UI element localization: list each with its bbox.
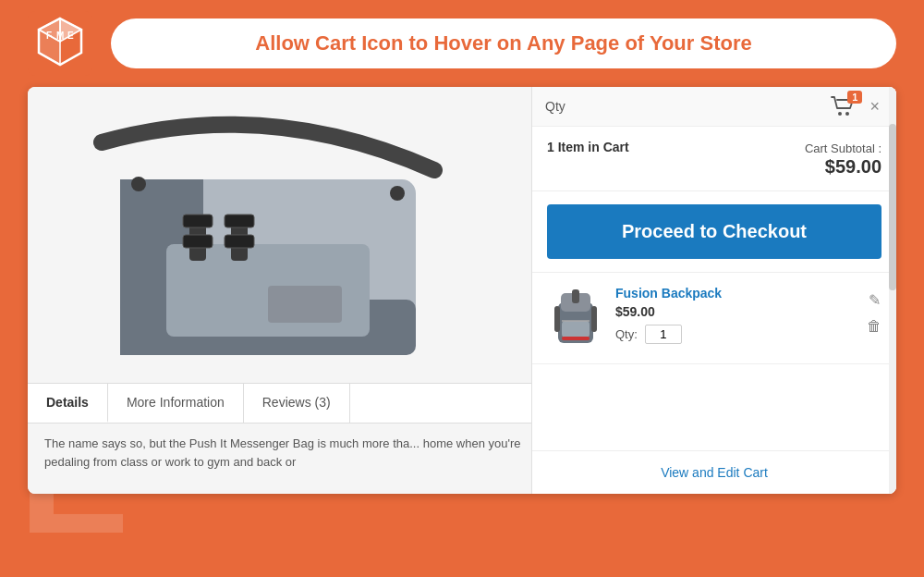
svg-point-20	[131, 177, 146, 191]
item-thumbnail	[547, 286, 604, 350]
tabs-section: Details More Information Reviews (3) The…	[28, 383, 545, 494]
product-image	[46, 115, 490, 374]
edit-icon[interactable]: ✎	[869, 291, 881, 309]
svg-text:M: M	[56, 31, 64, 41]
svg-rect-18	[225, 215, 254, 227]
item-qty-input[interactable]	[645, 325, 682, 344]
items-in-cart: 1 Item in Cart	[547, 140, 629, 154]
qty-label: Qty	[545, 99, 565, 114]
tab-reviews[interactable]: Reviews (3)	[244, 384, 350, 423]
svg-rect-27	[562, 321, 590, 338]
logo: F M E	[28, 11, 92, 76]
svg-point-23	[845, 112, 849, 116]
delete-icon[interactable]: 🗑	[867, 318, 881, 335]
svg-rect-19	[268, 286, 342, 323]
product-area: Details More Information Reviews (3) The…	[28, 87, 545, 494]
svg-point-21	[390, 186, 405, 201]
svg-rect-31	[591, 306, 597, 332]
items-label: Item in Cart	[558, 140, 629, 154]
item-qty-label: Qty:	[615, 327, 638, 341]
cart-header-row: Qty 1 ×	[532, 87, 896, 127]
page-title: Allow Cart Icon to Hover on Any Page of …	[255, 31, 751, 55]
cart-panel: Qty 1 × 1 Item in Cart	[531, 87, 896, 494]
header-title-bar: Allow Cart Icon to Hover on Any Page of …	[111, 18, 896, 68]
view-cart-link[interactable]: View and Edit Cart	[661, 465, 768, 480]
subtotal-amount: $59.00	[805, 156, 881, 178]
scrollbar[interactable]	[889, 87, 896, 494]
subtotal-label: Cart Subtotal :	[805, 141, 881, 155]
scrollbar-thumb[interactable]	[889, 124, 896, 290]
svg-rect-15	[183, 235, 213, 248]
svg-text:F: F	[46, 31, 52, 41]
item-actions: ✎ 🗑	[867, 291, 881, 335]
svg-rect-17	[225, 235, 254, 248]
subtotal-block: Cart Subtotal : $59.00	[805, 140, 881, 178]
svg-rect-29	[562, 337, 590, 340]
tab-more-information[interactable]: More Information	[108, 384, 244, 423]
svg-rect-16	[183, 215, 213, 227]
items-count: 1	[547, 140, 554, 154]
svg-text:E: E	[67, 31, 74, 41]
checkout-button[interactable]: Proceed to Checkout	[547, 204, 881, 259]
header: F M E Allow Cart Icon to Hover on Any Pa…	[0, 0, 924, 87]
product-description: The name says so, but the Push It Messen…	[44, 436, 521, 469]
item-qty-row: Qty:	[615, 325, 856, 344]
main-card: Details More Information Reviews (3) The…	[28, 87, 896, 494]
svg-point-22	[838, 112, 842, 116]
cart-item: Fusion Backpack $59.00 Qty: ✎ 🗑	[532, 273, 896, 364]
cart-summary: 1 Item in Cart Cart Subtotal : $59.00	[532, 127, 896, 191]
item-details: Fusion Backpack $59.00 Qty:	[615, 286, 856, 344]
item-name[interactable]: Fusion Backpack	[615, 286, 856, 301]
view-cart-row: View and Edit Cart	[532, 450, 896, 494]
cart-icon-wrap[interactable]: 1	[831, 96, 855, 117]
svg-rect-30	[554, 306, 560, 332]
svg-rect-26	[572, 289, 579, 303]
tab-content: The name says so, but the Push It Messen…	[28, 424, 545, 482]
close-button[interactable]: ×	[866, 98, 883, 115]
tabs-bar: Details More Information Reviews (3)	[28, 383, 545, 424]
tab-details[interactable]: Details	[28, 384, 108, 423]
cart-badge: 1	[847, 91, 862, 104]
item-price: $59.00	[615, 304, 856, 319]
